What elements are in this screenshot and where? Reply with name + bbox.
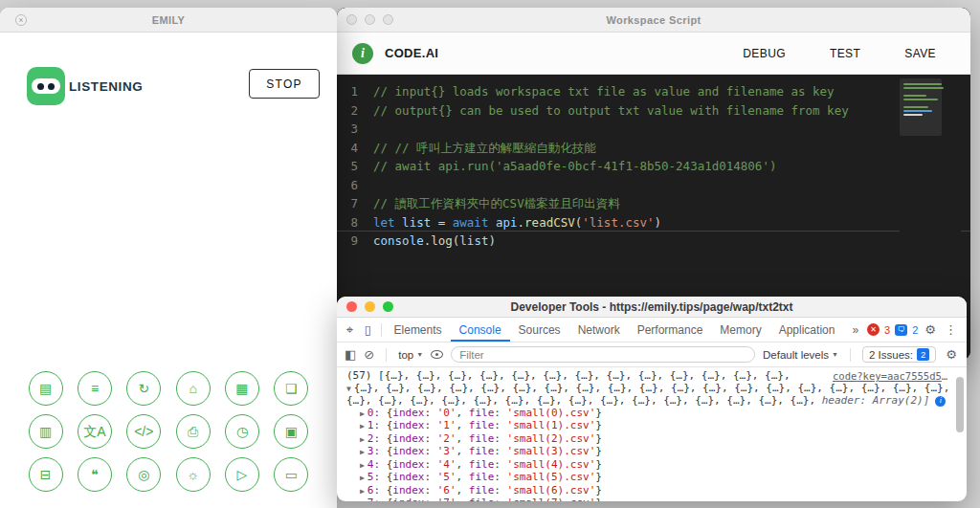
info-icon[interactable]: i — [935, 396, 946, 407]
more-tabs-button[interactable]: » — [843, 318, 867, 342]
tab-memory[interactable]: Memory — [711, 318, 769, 342]
repeat-button[interactable]: ↻ — [126, 371, 161, 406]
print-button[interactable]: ⎙ — [176, 414, 211, 449]
expand-arrow-icon[interactable]: ▶ — [360, 460, 365, 473]
clipboard-button[interactable]: ▥ — [29, 414, 63, 449]
minimize-button[interactable] — [365, 14, 375, 25]
expand-arrow-icon[interactable]: ▶ — [360, 473, 365, 485]
robot-eye-right — [48, 83, 55, 90]
code-line[interactable]: 9console.log(list) — [337, 232, 970, 251]
line-number: 9 — [337, 232, 373, 251]
archive-button[interactable]: ⊟ — [29, 457, 63, 492]
error-icon[interactable]: ✕ — [867, 323, 880, 336]
expand-arrow-icon[interactable]: ▶ — [360, 421, 365, 433]
source-link[interactable]: code?key=aac7555d5d53ab3b09791504d7c2571… — [833, 370, 951, 383]
console-array-row[interactable]: ▶6: {index: '6', file: 'small(6).csv'} — [346, 485, 953, 498]
minimize-button[interactable] — [365, 301, 375, 312]
stop-button[interactable]: STOP — [249, 69, 320, 99]
inspect-element-icon[interactable]: ⌖ — [341, 318, 359, 342]
live-expression-eye-icon[interactable] — [431, 350, 443, 359]
tab-sources[interactable]: Sources — [510, 318, 569, 342]
filter-input[interactable] — [451, 346, 755, 363]
issues-label: 2 Issues: — [869, 349, 913, 361]
console-sidebar-icon[interactable]: ◧ — [345, 347, 356, 362]
home-button[interactable]: ⌂ — [176, 371, 211, 406]
code-line[interactable]: 3 — [337, 120, 970, 139]
timer-button[interactable]: ◷ — [225, 414, 259, 449]
console-array-row[interactable]: ▶3: {index: '3', file: 'small(3).csv'} — [346, 446, 953, 459]
settings-gear-icon[interactable]: ⚙ — [923, 322, 938, 337]
tab-console[interactable]: Console — [451, 318, 510, 342]
code-line[interactable]: 8let list = await api.readCSV('list.csv'… — [337, 213, 970, 232]
zoom-button[interactable] — [383, 14, 393, 25]
emily-titlebar[interactable]: × EMILY — [0, 8, 337, 33]
context-selector[interactable]: top ▼ — [398, 349, 423, 361]
run-file-button[interactable]: ▷ — [225, 457, 259, 492]
code-line[interactable]: 7// 讀取工作資料夾中的CSV檔案並且印出資料 — [337, 194, 970, 213]
console-array-row[interactable]: ▶5: {index: '5', file: 'small(5).csv'} — [346, 472, 953, 485]
target-button[interactable]: ◎ — [126, 457, 161, 492]
issues-button[interactable]: 2 Issues: 2 — [862, 346, 936, 363]
translate-button[interactable]: 文A — [78, 414, 112, 449]
test-button[interactable]: TEST — [830, 47, 860, 60]
console-array-row[interactable]: ▶4: {index: '4', file: 'small(4).csv'} — [346, 459, 953, 473]
divider — [386, 348, 387, 362]
expand-arrow-icon[interactable]: ▶ — [360, 434, 365, 447]
folder-button[interactable]: ▭ — [274, 457, 308, 492]
qr-code-button[interactable]: ▦ — [225, 371, 259, 406]
code-line[interactable]: 1// input{} loads workspace txt file as … — [337, 82, 970, 101]
code-button[interactable]: </> — [126, 414, 161, 449]
expand-arrow-icon[interactable]: ▶ — [360, 486, 365, 498]
zoom-button[interactable] — [383, 301, 393, 312]
emily-body: LISTENING STOP ▤≡↻⌂▦❏▥文A</>⎙◷▣⊟❝◎☼▷▭ — [0, 33, 337, 508]
tab-network[interactable]: Network — [569, 318, 629, 342]
archive-icon: ⊟ — [40, 468, 52, 481]
close-button[interactable] — [346, 14, 357, 25]
chat-button[interactable]: ❝ — [78, 457, 112, 492]
workspace-titlebar[interactable]: Workspace Script — [337, 8, 970, 33]
scrollbar-thumb[interactable] — [956, 377, 964, 432]
debug-button[interactable]: DEBUG — [743, 47, 786, 60]
console-array-row[interactable]: ▶7: {index: '7', file: 'small(7).csv'} — [346, 497, 953, 501]
line-number: 4 — [337, 139, 373, 158]
code-line[interactable]: 5// await api.run('a5aad0fe-0bcf-41f1-8b… — [337, 157, 970, 176]
save-button[interactable]: SAVE — [904, 47, 936, 60]
code-text: // 讀取工作資料夾中的CSV檔案並且印出資料 — [373, 194, 620, 213]
code-line[interactable]: 2// output{} can be used to output txt v… — [337, 101, 970, 121]
code-line[interactable]: 6 — [337, 176, 970, 195]
workspace-window-title: Workspace Script — [606, 14, 701, 26]
device-toolbar-icon[interactable]: ▯ — [359, 318, 377, 342]
close-button[interactable] — [346, 301, 357, 312]
tab-elements[interactable]: Elements — [386, 318, 451, 342]
console-array-row[interactable]: ▶1: {index: '1', file: 'small(1).csv'} — [346, 420, 953, 433]
row-key: 3: — [368, 445, 387, 457]
task-list-button[interactable]: ≡ — [78, 371, 112, 406]
console-array-row[interactable]: ▶0: {index: '0', file: 'small(0).csv'} — [346, 408, 953, 421]
code-line[interactable]: 4// // 呼叫上方建立的解壓縮自動化技能 — [337, 139, 970, 158]
info-icon[interactable]: i — [352, 43, 373, 64]
devtools-titlebar[interactable]: Developer Tools - https://emily.tips/pag… — [337, 297, 967, 318]
kebab-menu-icon[interactable]: ⋮ — [943, 322, 959, 337]
idea-button[interactable]: ☼ — [176, 457, 211, 492]
copy-button[interactable]: ❏ — [274, 371, 308, 406]
console-settings-gear-icon[interactable]: ⚙ — [944, 347, 959, 362]
message-bubble-icon[interactable]: 🗨 — [895, 324, 907, 336]
row-preview: {index: '7', file: 'small(7).csv'} — [387, 497, 602, 501]
line-number: 6 — [337, 176, 373, 195]
minimap-mark — [903, 83, 942, 85]
expand-arrow-icon[interactable]: ▶ — [360, 498, 365, 501]
close-button[interactable]: × — [15, 14, 27, 26]
log-levels-label: Default levels — [763, 349, 829, 361]
tab-application[interactable]: Application — [770, 318, 844, 342]
clear-console-icon[interactable]: ⊘ — [364, 347, 374, 362]
console-array-row[interactable]: ▶2: {index: '2', file: 'small(2).csv'} — [346, 433, 953, 447]
row-preview: {index: '5', file: 'small(5).csv'} — [387, 471, 602, 483]
expand-arrow-icon[interactable]: ▶ — [360, 409, 365, 421]
tab-performance[interactable]: Performance — [629, 318, 712, 342]
log-levels-selector[interactable]: Default levels ▼ — [763, 349, 838, 361]
line-number: 2 — [337, 101, 373, 121]
expand-arrow-icon[interactable]: ▶ — [360, 447, 365, 459]
code-text: // // 呼叫上方建立的解壓縮自動化技能 — [373, 139, 596, 158]
file-button[interactable]: ▤ — [29, 371, 63, 406]
calendar-button[interactable]: ▣ — [274, 414, 308, 449]
